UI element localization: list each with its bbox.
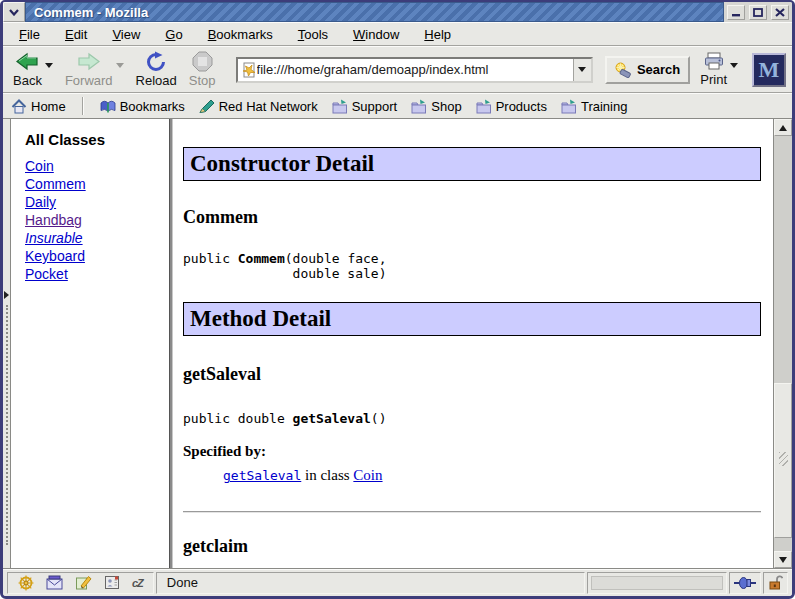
menu-file[interactable]: File	[19, 27, 40, 42]
folder-icon	[476, 99, 492, 114]
minimize-button[interactable]	[727, 5, 745, 20]
bookmark-label: Shop	[431, 99, 461, 114]
chatzilla-icon[interactable]: cZ	[132, 577, 143, 589]
folder-icon	[411, 99, 427, 114]
bookmarks-icon	[100, 99, 116, 114]
bookmark-training[interactable]: Training	[561, 99, 627, 114]
home-icon	[11, 99, 27, 114]
class-link-pocket[interactable]: Pocket	[25, 265, 165, 283]
url-input[interactable]	[257, 62, 573, 77]
print-label: Print	[700, 72, 727, 87]
printer-icon	[704, 52, 724, 71]
menu-edit[interactable]: Edit	[65, 27, 87, 42]
specified-by-line: getSaleval in class Coin	[223, 467, 773, 484]
bookmark-bookmarks[interactable]: Bookmarks	[100, 99, 185, 114]
class-link-keyboard[interactable]: Keyboard	[25, 247, 165, 265]
reload-icon	[145, 51, 167, 72]
all-classes-frame: All Classes Coin Commem Daily Handbag In…	[11, 119, 169, 568]
menu-help[interactable]: Help	[424, 27, 451, 42]
sidebar-splitter[interactable]	[3, 119, 11, 568]
reload-label: Reload	[136, 73, 177, 88]
scroll-down-button[interactable]	[774, 551, 792, 568]
bookmark-shop[interactable]: Shop	[411, 99, 461, 114]
navigation-toolbar: Back Forward Reload	[3, 46, 792, 93]
class-link-daily[interactable]: Daily	[25, 193, 165, 211]
scroll-up-button[interactable]	[774, 119, 792, 136]
method-link[interactable]: getSaleval	[223, 468, 301, 483]
back-arrow-icon	[15, 51, 39, 72]
chevron-down-icon	[9, 9, 19, 16]
bookmark-label: Products	[496, 99, 547, 114]
url-history-dropdown[interactable]	[573, 59, 591, 81]
bookmarks-toolbar: Home Bookmarks Red Hat Network Support	[3, 93, 792, 119]
folder-icon	[561, 99, 577, 114]
specified-by-middle: in class	[301, 467, 353, 483]
window-controls	[724, 2, 792, 22]
javadoc-frame: Constructor Detail Commem public Commem(…	[173, 119, 773, 568]
menu-tools[interactable]: Tools	[298, 27, 328, 42]
all-classes-heading: All Classes	[25, 131, 165, 148]
bookmark-home[interactable]: Home	[11, 99, 66, 114]
window-menu-button[interactable]	[3, 2, 25, 22]
menu-bookmarks[interactable]: Bookmarks	[208, 27, 273, 42]
status-bar: cZ Done	[3, 568, 792, 596]
bookmark-label: Support	[352, 99, 398, 114]
splitter-grip[interactable]	[6, 305, 8, 545]
search-button[interactable]: Search	[605, 56, 690, 84]
bookmark-page-icon[interactable]	[241, 62, 257, 78]
section-title: Method Detail	[190, 306, 331, 331]
address-book-icon[interactable]	[104, 575, 120, 590]
url-bar	[236, 57, 593, 83]
method-detail-header: Method Detail	[183, 302, 761, 336]
bookmark-support[interactable]: Support	[332, 99, 398, 114]
maximize-icon	[753, 8, 763, 17]
reload-button[interactable]: Reload	[132, 50, 181, 89]
status-text: Done	[167, 575, 198, 590]
content-area: All Classes Coin Commem Daily Handbag In…	[3, 119, 792, 568]
class-link-coin[interactable]: Coin	[25, 157, 165, 175]
security-status-panel[interactable]	[763, 572, 788, 594]
title-strip[interactable]: Commem - Mozilla	[25, 2, 724, 22]
forward-arrow-icon	[77, 51, 101, 72]
pencil-icon	[199, 99, 215, 114]
window-title: Commem - Mozilla	[34, 5, 148, 20]
class-link-handbag[interactable]: Handbag	[25, 211, 165, 229]
print-button[interactable]: Print	[700, 52, 738, 87]
bookmark-red-hat-network[interactable]: Red Hat Network	[199, 99, 318, 114]
mozilla-throbber-icon[interactable]: M	[752, 53, 786, 87]
mail-icon[interactable]	[46, 575, 63, 590]
menu-view[interactable]: View	[112, 27, 140, 42]
component-bar: cZ	[7, 572, 154, 594]
flashlight-icon	[615, 62, 633, 78]
constructor-heading: Commem	[183, 207, 773, 228]
back-button[interactable]: Back	[9, 50, 57, 89]
bookmark-label: Training	[581, 99, 627, 114]
arrow-down-icon	[779, 557, 787, 563]
menu-bar: File Edit View Go Bookmarks Tools Window…	[3, 22, 792, 46]
maximize-button[interactable]	[749, 5, 767, 20]
forward-button[interactable]: Forward	[61, 50, 128, 89]
vertical-scrollbar[interactable]	[773, 119, 792, 568]
bookmark-products[interactable]: Products	[476, 99, 547, 114]
class-link[interactable]: Coin	[353, 467, 382, 483]
class-link-commem[interactable]: Commem	[25, 175, 165, 193]
back-dropdown-icon[interactable]	[45, 63, 53, 68]
bookmark-label: Red Hat Network	[219, 99, 318, 114]
search-label: Search	[637, 62, 680, 77]
unlocked-padlock-icon	[768, 575, 783, 590]
class-link-insurable[interactable]: Insurable	[25, 229, 165, 247]
composer-icon[interactable]	[75, 575, 92, 590]
toolbar-separator	[82, 97, 84, 115]
menu-go[interactable]: Go	[165, 27, 182, 42]
navigator-icon[interactable]	[18, 575, 34, 591]
title-bar: Commem - Mozilla	[3, 2, 792, 22]
method-signature: public double getSaleval()	[183, 411, 773, 426]
stop-label: Stop	[189, 73, 216, 88]
close-button[interactable]	[771, 5, 789, 20]
online-status-panel[interactable]	[729, 572, 761, 594]
menu-window[interactable]: Window	[353, 27, 399, 42]
scrollbar-track[interactable]	[774, 136, 792, 551]
splitter-arrow-icon[interactable]	[4, 291, 9, 299]
print-dropdown-icon[interactable]	[730, 63, 738, 68]
scrollbar-thumb[interactable]	[774, 383, 792, 538]
